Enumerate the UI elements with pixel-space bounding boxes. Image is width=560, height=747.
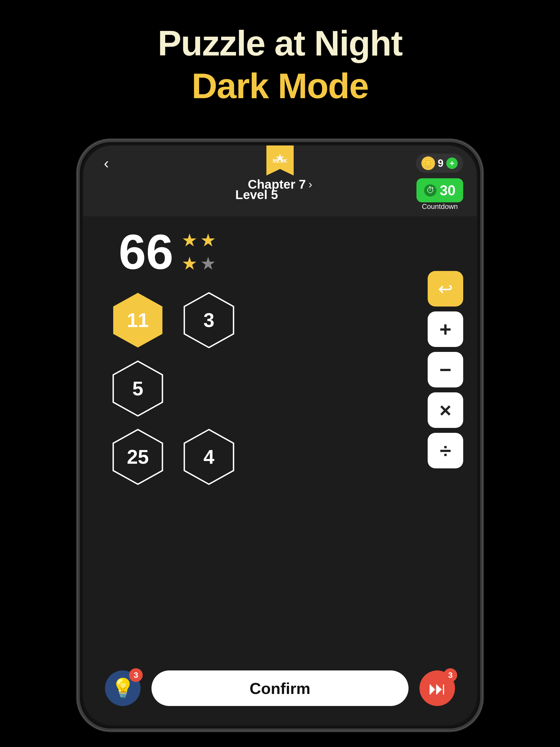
- hex-cell-4[interactable]: 4: [179, 427, 239, 487]
- skip-button[interactable]: ⏭ 3: [419, 670, 455, 706]
- hex-row-3: 25 4: [108, 427, 239, 487]
- chapter-bookmark-icon: ★ 99.9K: [266, 146, 294, 176]
- hex-value-5: 5: [132, 377, 143, 400]
- back-button[interactable]: ‹: [97, 154, 116, 173]
- star-4: ★: [200, 253, 216, 274]
- hex-value-11: 11: [127, 309, 149, 331]
- divide-icon: ÷: [440, 440, 451, 461]
- star-1: ★: [182, 230, 198, 251]
- undo-button[interactable]: ↩: [428, 271, 463, 307]
- chapter-name: Chapter 7: [248, 177, 306, 192]
- coins-container: 🪙 9 +: [416, 154, 463, 173]
- hex-row-1: 11 3: [108, 290, 239, 350]
- skip-icon: ⏭: [429, 678, 446, 699]
- minus-icon: −: [439, 360, 452, 380]
- page-title-line2: Dark Mode: [158, 65, 402, 107]
- divide-operator-button[interactable]: ÷: [428, 433, 463, 468]
- countdown-wrapper: ⏱ 30 Countdown: [416, 178, 463, 211]
- confirm-label: Confirm: [250, 679, 310, 697]
- subtract-operator-button[interactable]: −: [428, 352, 463, 387]
- add-coins-button[interactable]: +: [446, 157, 458, 169]
- tablet-device: ‹ ★ 99.9K Chapter 7 ›: [78, 140, 482, 730]
- hex-cell-5[interactable]: 5: [108, 358, 168, 419]
- hex-grid: 11 3: [108, 290, 474, 487]
- hex-value-4: 4: [203, 446, 214, 468]
- page-title-line1: Puzzle at Night: [158, 22, 402, 65]
- multiply-operator-button[interactable]: ×: [428, 392, 463, 428]
- multiply-icon: ×: [439, 400, 452, 420]
- plus-icon: +: [439, 319, 452, 340]
- countdown-label: Countdown: [422, 202, 458, 211]
- score-display: 66: [119, 227, 173, 277]
- star-2: ★: [200, 230, 216, 251]
- clock-icon: ⏱: [424, 184, 436, 197]
- hint-button[interactable]: 💡 3: [105, 670, 141, 706]
- hint-icon: 💡: [111, 677, 135, 699]
- hex-value-25: 25: [127, 446, 149, 468]
- device-frame: ‹ ★ 99.9K Chapter 7 ›: [78, 140, 482, 730]
- game-area: 66 ★ ★ ★ ★: [83, 216, 477, 657]
- chapter-forward-icon: ›: [308, 178, 312, 190]
- stars-display: ★ ★ ★ ★: [182, 230, 216, 274]
- undo-icon: ↩: [438, 279, 453, 299]
- hex-value-3: 3: [203, 309, 214, 331]
- device-screen: ‹ ★ 99.9K Chapter 7 ›: [83, 146, 477, 725]
- hex-cell-11[interactable]: 11: [108, 290, 168, 350]
- skip-badge: 3: [443, 668, 457, 682]
- score-row: 66 ★ ★ ★ ★: [119, 227, 216, 277]
- operators-panel: ↩ + − × ÷: [428, 271, 463, 468]
- page-title-block: Puzzle at Night Dark Mode: [158, 22, 402, 107]
- hex-cell-25[interactable]: 25: [108, 427, 168, 487]
- hint-badge: 3: [129, 668, 143, 682]
- app-header: ‹ ★ 99.9K Chapter 7 ›: [83, 146, 477, 176]
- coin-symbol: 🪙: [423, 159, 433, 168]
- chapter-label[interactable]: Chapter 7 ›: [248, 177, 312, 192]
- chapter-badge: ★ 99.9K Chapter 7 ›: [248, 146, 312, 192]
- hex-row-2: 5: [108, 358, 168, 419]
- countdown-value: 30: [440, 182, 456, 199]
- back-chevron-icon: ‹: [104, 154, 109, 172]
- bottom-bar: 💡 3 Confirm ⏭ 3: [83, 657, 477, 725]
- countdown-box: ⏱ 30: [416, 178, 463, 202]
- coin-icon: 🪙: [422, 156, 435, 170]
- confirm-button[interactable]: Confirm: [152, 670, 408, 706]
- coins-value: 9: [438, 157, 443, 169]
- chapter-rating: 99.9K: [273, 158, 287, 164]
- hex-cell-3[interactable]: 3: [179, 290, 239, 350]
- star-3: ★: [182, 253, 198, 274]
- add-operator-button[interactable]: +: [428, 311, 463, 347]
